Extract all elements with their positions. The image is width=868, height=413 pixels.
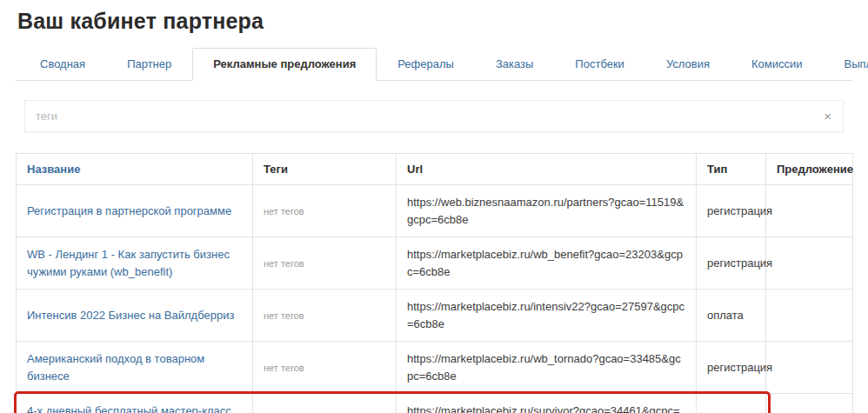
offer-name-cell: Регистрация в партнерской программе [17, 185, 253, 237]
column-header-type: Тип [697, 154, 766, 185]
tab-active[interactable]: Рекламные предложения [192, 48, 377, 81]
offer-url-cell: https://marketplacebiz.ru/wb_tornado?gca… [397, 342, 697, 394]
offer-type-cell: регистрация [697, 394, 766, 413]
table-row: Интенсив 2022 Бизнес на Вайлдберризнет т… [17, 290, 853, 342]
offer-type-cell: регистрация [697, 342, 766, 394]
tab-item[interactable]: Постбеки [554, 48, 645, 81]
tab-item[interactable]: Партнер [106, 48, 192, 81]
column-header-tags: Теги [253, 154, 397, 185]
offer-proposal-cell [766, 394, 853, 413]
offer-url-cell: https://web.biznesnaamazon.ru/partners?g… [397, 185, 697, 237]
offer-proposal-cell [766, 290, 853, 342]
offer-url-cell: https://marketplacebiz.ru/survivor?gcao=… [397, 394, 697, 413]
column-header-name[interactable]: Название [17, 154, 253, 185]
header-row: Название Теги Url Тип Предложение [17, 154, 853, 185]
offer-name-link[interactable]: Регистрация в партнерской программе [27, 204, 231, 217]
table-row: Американский подход в товарном бизнесене… [17, 342, 853, 394]
column-header-offer: Предложение [766, 154, 853, 185]
offer-name-cell: Американский подход в товарном бизнесе [17, 342, 253, 394]
table-row: WB - Лендинг 1 - Как запустить бизнес чу… [17, 237, 853, 290]
offer-type-cell: оплата [697, 290, 766, 342]
offer-tags-cell: нет тегов [253, 237, 397, 290]
tags-filter: × [24, 100, 844, 132]
offer-name-cell: WB - Лендинг 1 - Как запустить бизнес чу… [17, 237, 253, 290]
page-title: Ваш кабинет партнера [17, 9, 852, 34]
offer-name-link[interactable]: Американский подход в товарном бизнесе [27, 352, 204, 383]
tab-item[interactable]: Условия [645, 48, 731, 81]
offer-name-cell: 4-х дневный бесплатный мастер-класс "Выж… [17, 394, 253, 413]
offer-url-cell: https://marketplacebiz.ru/wb_benefit?gca… [397, 237, 697, 290]
offers-table: Название Теги Url Тип Предложение Регист… [16, 153, 853, 413]
offer-name-link[interactable]: Интенсив 2022 Бизнес на Вайлдберриз [27, 309, 234, 322]
tab-item[interactable]: Выплаты [823, 48, 868, 81]
table-body: Регистрация в партнерской программенет т… [17, 185, 853, 413]
offer-name-link[interactable]: 4-х дневный бесплатный мастер-класс "Выж… [27, 404, 231, 413]
offer-proposal-cell [766, 185, 853, 237]
clear-filter-icon[interactable]: × [812, 109, 843, 123]
table-row: 4-х дневный бесплатный мастер-класс "Выж… [17, 394, 853, 413]
offer-tags-cell: нет тегов [253, 185, 397, 237]
offer-type-cell: регистрация [697, 237, 766, 290]
offer-proposal-cell [766, 237, 853, 290]
offer-proposal-cell [766, 342, 853, 394]
offer-tags-cell: нет тегов [253, 290, 397, 342]
tab-item[interactable]: Сводная [19, 48, 106, 81]
offer-type-cell: регистрация [697, 185, 766, 237]
offer-tags-cell: нет тегов [253, 342, 397, 394]
table-header: Название Теги Url Тип Предложение [17, 154, 853, 185]
tab-item[interactable]: Заказы [475, 48, 554, 81]
offer-tags-cell: нет тегов [253, 394, 397, 413]
table-row: Регистрация в партнерской программенет т… [17, 185, 853, 237]
tags-filter-input[interactable] [25, 110, 812, 123]
tab-item[interactable]: Комиссии [731, 48, 824, 81]
tabs-bar: СводнаяПартнерРекламные предложенияРефер… [16, 48, 852, 81]
offer-url-cell: https://marketplacebiz.ru/intensiv22?gca… [397, 290, 697, 342]
column-header-url: Url [397, 154, 697, 185]
tab-item[interactable]: Рефералы [377, 48, 475, 81]
partner-cabinet-page: Ваш кабинет партнера СводнаяПартнерРекла… [0, 0, 868, 413]
offer-name-link[interactable]: WB - Лендинг 1 - Как запустить бизнес чу… [27, 248, 230, 278]
offer-name-cell: Интенсив 2022 Бизнес на Вайлдберриз [17, 290, 253, 342]
